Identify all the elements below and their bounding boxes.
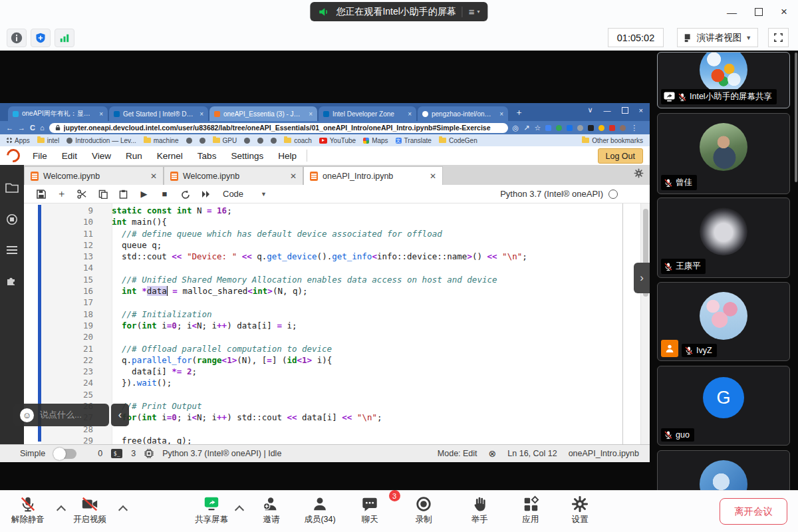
copy-cell-icon[interactable] [92,190,113,199]
emoji-icon[interactable]: ☺ [20,408,34,422]
extension-icon[interactable] [609,125,615,131]
toolbar-hand-button[interactable]: 举手 [454,495,505,525]
watching-banner[interactable]: 您正在观看Intel小助手的屏幕 ≡ ▾ [310,2,487,21]
bookmark-item[interactable]: Maps [363,137,388,144]
extension-icon[interactable] [598,125,604,131]
browser-tab[interactable]: Intel Developer Zone× [319,106,416,121]
menu-item-settings[interactable]: Settings [223,151,271,161]
bookmark-item[interactable] [257,138,263,144]
notebook-tab-close-icon[interactable]: ✕ [430,172,436,181]
cursor-position[interactable]: Ln 16, Col 12 [507,449,557,458]
back-icon[interactable]: ← [6,124,13,132]
toolbar-apps-button[interactable]: 应用 [505,495,556,525]
bookmark-item[interactable] [271,138,277,144]
bookmark-item[interactable] [244,138,250,144]
tab-close-icon[interactable]: × [99,110,103,118]
simple-mode-toggle[interactable] [54,449,76,459]
extension-icon[interactable] [588,125,594,131]
maximize-button[interactable] [755,8,763,16]
browser-tab[interactable]: oneAPI_Essentia (3) - JupyterLab× [209,106,317,121]
network-quality-button[interactable] [55,29,74,47]
code-line[interactable]: 9static const int N = 16; [24,205,640,216]
bookmark-item[interactable]: 文Translate [396,137,432,144]
menu-item-view[interactable]: View [84,151,118,161]
notebook-tab[interactable]: Welcome.ipynb✕ [164,166,303,185]
browser-close-button[interactable]: × [639,106,643,114]
browser-minimize-button[interactable]: — [604,106,611,114]
menu-item-run[interactable]: Run [118,151,150,161]
code-line[interactable]: 25 [24,389,640,400]
gear-icon[interactable] [634,168,644,181]
profile-avatar[interactable] [620,125,626,131]
toolbar-mic-off-button[interactable]: 解除静音 [3,495,53,525]
participant-tile[interactable] [657,450,790,490]
extension-icon[interactable] [556,125,562,131]
participant-tile[interactable]: IvyZ [657,282,790,361]
notebook-tab[interactable]: oneAPI_Intro.ipynb✕ [303,166,443,185]
view-mode-button[interactable]: 演讲者视图 ▼ [677,28,758,47]
code-line[interactable]: 10int main(){ [24,216,640,227]
share-page-icon[interactable]: ↗ [523,124,529,132]
running-kernels-icon[interactable] [6,213,18,228]
menu-item-help[interactable]: Help [271,151,304,161]
chat-collapse-button[interactable]: ‹ [111,404,129,426]
kernel-status-icon[interactable] [608,190,618,199]
extension-icon[interactable] [567,125,573,131]
cut-cell-icon[interactable] [72,190,92,199]
code-line[interactable]: 23 data[i] *= 2; [24,366,640,377]
browser-tab[interactable]: Get Started | Intel® DevCloud× [109,106,208,121]
code-line[interactable]: 16 int *data = malloc_shared<int>(N, q); [24,285,640,297]
bookmark-item[interactable]: intel [37,137,59,144]
browser-tab[interactable]: oneAPI周年有礼：显卡1介绍_哔× [8,106,108,121]
participant-tile[interactable]: Gguo [657,366,790,446]
other-bookmarks[interactable]: Other bookmarks [582,137,643,144]
code-line[interactable]: 24 }).wait(); [24,377,640,388]
code-line[interactable]: 14 [24,262,640,273]
participant-tile[interactable]: 王康平 [657,198,790,278]
participant-tile[interactable]: 曾佳 [657,113,790,194]
code-line[interactable]: 20 [24,331,640,342]
command-palette-icon[interactable] [6,245,18,257]
bookmark-star-icon[interactable]: ☆ [534,124,541,132]
toolbar-chat-button[interactable]: 3聊天 [344,495,395,525]
banner-menu-icon[interactable]: ≡ [469,6,474,17]
bookmark-item[interactable]: CodeGen [439,137,477,144]
forward-icon[interactable]: → [18,124,25,132]
extension-manager-icon[interactable] [6,275,18,289]
security-button[interactable] [31,29,51,47]
code-line[interactable]: 11 //# define queue which has default de… [24,228,640,239]
code-line[interactable]: 18 //# Initialization [24,309,640,320]
code-line[interactable]: 17 [24,297,640,308]
profile-chevron-icon[interactable]: ∨ [588,106,593,114]
chevron-up-icon[interactable] [118,505,128,515]
new-tab-button[interactable]: ＋ [515,106,523,118]
add-cell-icon[interactable]: ＋ [51,188,72,200]
participant-tile[interactable]: Intel小助手的屏幕共享 [657,52,790,108]
notebook-tab-close-icon[interactable]: ✕ [290,172,297,181]
toolbar-invite-button[interactable]: 邀请 [246,495,297,525]
bookmark-item[interactable]: coach [284,137,312,144]
close-button[interactable]: × [781,5,787,19]
browser-tab[interactable]: pengzhao-intel/oneAPI_course× [418,106,508,121]
stop-kernel-icon[interactable]: ■ [154,189,175,199]
url-input[interactable]: jupyter.oneapi.devcloud.intel.com/user/u… [49,123,508,133]
tab-close-icon[interactable]: × [200,110,203,118]
tab-close-icon[interactable]: × [309,110,313,118]
browser-maximize-button[interactable] [622,107,628,114]
code-line[interactable]: 13 std::cout << "Device: " << q.get_devi… [24,251,640,262]
restart-kernel-icon[interactable] [175,190,196,199]
bookmark-item[interactable] [186,138,192,144]
paste-cell-icon[interactable] [113,190,134,199]
code-line[interactable]: 19 for(int i=0; i<N; i++) data[i] = i; [24,320,640,331]
home-icon[interactable]: ⌂ [40,124,45,132]
editor-mode[interactable]: Mode: Edit [438,449,477,458]
bookmark-item[interactable]: Introduction — Lev... [66,137,136,144]
notebook-tab[interactable]: Welcome.ipynb✕ [24,166,164,185]
menu-item-edit[interactable]: Edit [55,151,84,161]
kernel-status-text[interactable]: Python 3.7 (Intel® oneAPI) | Idle [162,449,281,458]
minimize-button[interactable]: — [727,7,737,18]
tab-close-icon[interactable]: × [499,110,503,118]
fullscreen-button[interactable] [768,28,789,47]
bookmark-item[interactable]: YouTube [319,137,356,144]
file-browser-icon[interactable] [5,182,19,196]
